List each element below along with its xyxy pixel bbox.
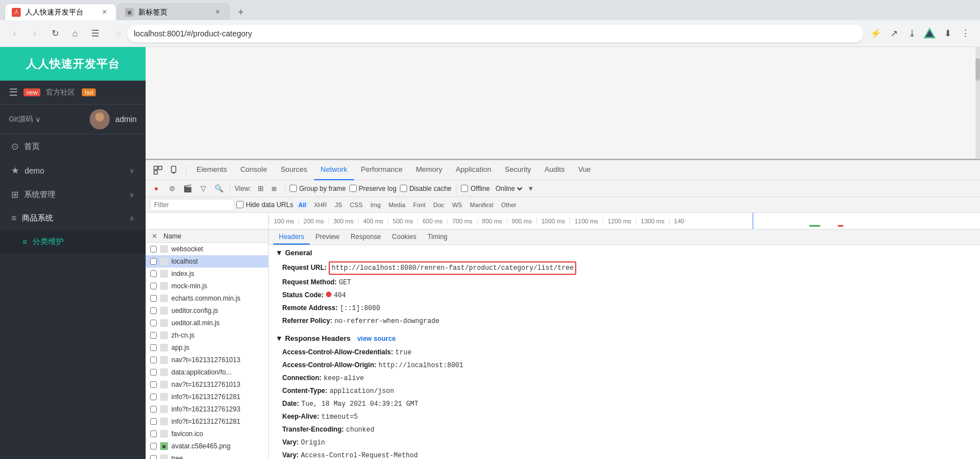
file-item-info3[interactable]: info?t=1621312761281 [146,415,268,428]
file-item-ueditorconfig[interactable]: ueditor.config.js [146,305,268,317]
file-checkbox-echartscommon[interactable] [150,295,157,302]
tab-console[interactable]: Console [234,160,274,180]
inspect-element-button[interactable] [150,162,166,178]
response-headers-section-header[interactable]: ▼ Response Headers view source [276,334,973,343]
tab-close-2[interactable]: ✕ [212,7,222,17]
filter-doc[interactable]: Doc [431,200,447,209]
more-options-icon[interactable]: ⋮ [958,26,973,41]
preserve-log-label[interactable]: Preserve log [349,185,396,193]
details-tab-preview[interactable]: Preview [310,230,345,245]
view-source-link[interactable]: view source [357,335,396,343]
sidebar-item-home[interactable]: ⊙ 首页 [0,134,146,158]
waterfall-view-button[interactable]: ≣ [268,182,280,195]
preserve-log-checkbox[interactable] [349,185,357,192]
new-tab-button[interactable]: + [233,4,249,20]
address-input[interactable] [127,25,864,43]
tab-elements[interactable]: Elements [190,160,234,180]
file-checkbox-nav2[interactable] [150,381,157,388]
tab-2[interactable]: ▣ 新标签页 ✕ [118,3,230,20]
offline-checkbox[interactable] [461,185,468,192]
details-tab-response[interactable]: Response [345,230,386,245]
file-item-favicon[interactable]: favicon.ico [146,428,268,440]
lightning-icon[interactable]: ⚡ [868,26,884,41]
tab-audits[interactable]: Audits [538,160,571,180]
file-item-nav1[interactable]: nav?t=1621312761013 [146,354,268,366]
filter-other[interactable]: Other [498,200,520,209]
tab-active[interactable]: 人 人人快速开发平台 ✕ [4,3,116,20]
tab-security[interactable]: Security [498,160,538,180]
tab-application[interactable]: Application [449,160,498,180]
details-tab-cookies[interactable]: Cookies [386,230,422,245]
hide-data-urls-label[interactable]: Hide data URLs [236,201,293,209]
general-section-header[interactable]: ▼ General [276,249,973,257]
file-item-info1[interactable]: info?t=1621312761281 [146,391,268,403]
file-item-tree[interactable]: tree [146,452,268,459]
hamburger-menu[interactable]: ☰ [9,86,18,99]
sidebar-item-category[interactable]: ≡ 分类维护 [0,230,146,254]
sidebar-item-products[interactable]: ≡ 商品系统 ∧ [0,207,146,230]
filter-media[interactable]: Media [386,200,408,209]
bookmarks-button[interactable]: ☰ [87,26,103,41]
device-toolbar-button[interactable] [167,162,183,178]
file-item-avatar[interactable]: ▣ avatar.c58e465.png [146,440,268,452]
file-checkbox-favicon[interactable] [150,430,157,437]
file-item-appjs[interactable]: app.js [146,341,268,354]
bookmark-save-icon[interactable]: ⤓ [904,26,920,41]
file-list-close-icon[interactable]: ✕ [150,232,159,241]
home-button[interactable]: ⌂ [67,26,83,41]
tab-performance[interactable]: Performance [354,160,409,180]
filter-xhr[interactable]: XHR [311,200,330,209]
file-item-dataapp[interactable]: data:application/fo... [146,366,268,378]
tab-close-1[interactable]: ✕ [99,7,109,17]
filter-toggle-button[interactable]: ▽ [197,182,209,195]
file-item-mockminjs[interactable]: mock-min.js [146,280,268,292]
file-checkbox-avatar[interactable] [150,443,157,449]
back-button[interactable]: ‹ [7,26,22,41]
file-checkbox-tree[interactable] [150,455,157,459]
record-button[interactable]: ● [150,182,162,195]
file-item-zhcnjs[interactable]: zh-cn.js [146,329,268,341]
page-scrollbar[interactable] [976,47,980,158]
forward-button[interactable]: › [27,26,43,41]
file-checkbox-websocket[interactable] [150,246,157,252]
file-checkbox-zhcnjs[interactable] [150,332,157,339]
hide-data-urls-checkbox[interactable] [236,201,244,208]
file-checkbox-dataapp[interactable] [150,369,157,376]
filter-css[interactable]: CSS [347,200,366,209]
file-checkbox-info3[interactable] [150,418,157,425]
file-checkbox-nav1[interactable] [150,357,157,363]
offline-label[interactable]: Offline [461,185,489,193]
file-item-ueditorall[interactable]: ueditor.all.min.js [146,317,268,329]
file-item-websocket[interactable]: websocket [146,243,268,255]
download-icon[interactable]: ⬇ [940,26,955,41]
filter-manifest[interactable]: Manifest [467,200,496,209]
file-checkbox-info2[interactable] [150,406,157,413]
filter-img[interactable]: Img [367,200,383,209]
file-checkbox-localhost[interactable] [150,258,157,265]
file-item-echartscommon[interactable]: echarts.common.min.js [146,292,268,305]
disable-cache-label[interactable]: Disable cache [400,185,451,193]
file-item-indexjs[interactable]: index.js [146,268,268,280]
list-view-button[interactable]: ⊞ [254,182,267,195]
file-checkbox-info1[interactable] [150,394,157,400]
file-checkbox-mockminjs[interactable] [150,283,157,289]
details-tab-headers[interactable]: Headers [273,230,310,245]
file-item-info2[interactable]: info?t=1621312761293 [146,403,268,415]
filter-ws[interactable]: WS [449,200,465,209]
filter-input[interactable] [150,199,234,211]
capture-screenshot-button[interactable]: 🎬 [181,182,194,195]
file-item-nav2[interactable]: nav?t=1621312761013 [146,378,268,391]
file-checkbox-indexjs[interactable] [150,270,157,277]
tab-memory[interactable]: Memory [409,160,449,180]
group-by-frame-label[interactable]: Group by frame [290,185,346,193]
file-item-localhost[interactable]: localhost [146,255,268,268]
file-checkbox-appjs[interactable] [150,344,157,351]
group-by-frame-checkbox[interactable] [290,185,297,192]
official-label[interactable]: 官方社区 [46,87,75,97]
filter-font[interactable]: Font [410,200,428,209]
sidebar-item-sysmanage[interactable]: ⊞ 系统管理 ∨ [0,182,146,207]
tab-network[interactable]: Network [314,160,354,180]
filter-js[interactable]: JS [332,200,345,209]
tab-vue[interactable]: Vue [571,160,598,180]
clear-button[interactable]: ⊘ [166,182,178,195]
